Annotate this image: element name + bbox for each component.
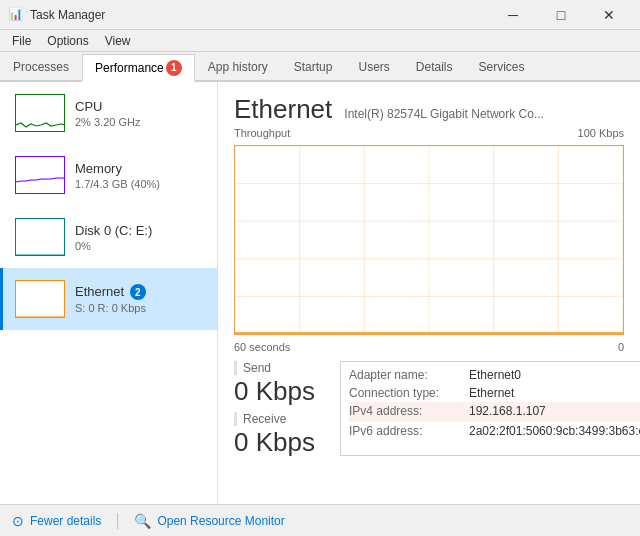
open-resource-monitor-label: Open Resource Monitor (157, 514, 284, 528)
fewer-details-button[interactable]: ⊙ Fewer details (12, 513, 101, 529)
tab-users[interactable]: Users (345, 52, 402, 80)
disk-info: Disk 0 (C: E:) 0% (75, 223, 152, 252)
send-receive-panel: Send 0 Kbps Receive 0 Kbps (234, 361, 324, 456)
sidebar: CPU 2% 3.20 GHz Memory 1.7/4.3 GB (40%) (0, 82, 218, 504)
menu-view[interactable]: View (97, 32, 139, 50)
cpu-graph (15, 94, 65, 132)
connection-type-row: Connection type: Ethernet (349, 384, 640, 402)
adapter-name-row: Adapter name: Ethernet0 (349, 366, 640, 384)
close-button[interactable]: ✕ (586, 0, 632, 30)
ethernet-info: Ethernet 2 S: 0 R: 0 Kbps (75, 284, 146, 315)
receive-value: 0 Kbps (234, 428, 324, 457)
stats-section: Send 0 Kbps Receive 0 Kbps Adapter name:… (234, 361, 624, 456)
app-title: Task Manager (30, 8, 490, 22)
time-label: 60 seconds (234, 341, 290, 353)
ethernet-chart-svg (235, 146, 623, 334)
sidebar-item-cpu[interactable]: CPU 2% 3.20 GHz (0, 82, 217, 144)
panel-subtitle: Intel(R) 82574L Gigabit Network Co... (344, 107, 544, 121)
ipv4-row: IPv4 address: 192.168.1.107 3 (349, 402, 640, 422)
info-table: Adapter name: Ethernet0 Connection type:… (340, 361, 640, 456)
menu-file[interactable]: File (4, 32, 39, 50)
bottom-bar: ⊙ Fewer details 🔍 Open Resource Monitor (0, 504, 640, 536)
tab-app-history[interactable]: App history (195, 52, 281, 80)
chart-labels-top: Throughput 100 Kbps (234, 127, 624, 139)
adapter-name-key: Adapter name: (349, 368, 469, 382)
ipv4-value: 192.168.1.107 (469, 404, 546, 420)
send-value: 0 Kbps (234, 377, 324, 406)
memory-graph (15, 156, 65, 194)
memory-label: Memory (75, 161, 160, 176)
minimize-button[interactable]: ─ (490, 0, 536, 30)
tab-startup[interactable]: Startup (281, 52, 346, 80)
tab-processes[interactable]: Processes (0, 52, 82, 80)
tab-performance[interactable]: Performance 1 (82, 54, 195, 82)
ethernet-detail: S: 0 R: 0 Kbps (75, 302, 146, 314)
bottom-divider (117, 513, 118, 529)
max-value-label: 100 Kbps (578, 127, 624, 139)
ethernet-chart-container (234, 145, 624, 335)
disk-detail: 0% (75, 240, 152, 252)
sidebar-item-memory[interactable]: Memory 1.7/4.3 GB (40%) (0, 144, 217, 206)
ipv6-key: IPv6 address: (349, 424, 469, 438)
ipv6-row: IPv6 address: 2a02:2f01:5060:9cb:3499:3b… (349, 422, 640, 440)
menu-bar: File Options View (0, 30, 640, 52)
maximize-button[interactable]: □ (538, 0, 584, 30)
menu-options[interactable]: Options (39, 32, 96, 50)
sidebar-item-disk[interactable]: Disk 0 (C: E:) 0% (0, 206, 217, 268)
disk-graph (15, 218, 65, 256)
memory-detail: 1.7/4.3 GB (40%) (75, 178, 160, 190)
ethernet-label: Ethernet 2 (75, 284, 146, 301)
performance-badge: 1 (166, 60, 182, 76)
throughput-label: Throughput (234, 127, 290, 139)
panel-title: Ethernet (234, 94, 332, 125)
open-resource-monitor-button[interactable]: 🔍 Open Resource Monitor (134, 513, 284, 529)
cpu-detail: 2% 3.20 GHz (75, 116, 140, 128)
tab-services[interactable]: Services (466, 52, 538, 80)
resource-monitor-icon: 🔍 (134, 513, 151, 529)
tab-details[interactable]: Details (403, 52, 466, 80)
right-panel: Ethernet Intel(R) 82574L Gigabit Network… (218, 82, 640, 504)
ethernet-badge: 2 (130, 284, 146, 300)
cpu-label: CPU (75, 99, 140, 114)
cpu-info: CPU 2% 3.20 GHz (75, 99, 140, 128)
connection-type-key: Connection type: (349, 386, 469, 400)
memory-info: Memory 1.7/4.3 GB (40%) (75, 161, 160, 190)
ipv6-value: 2a02:2f01:5060:9cb:3499:3b63:e8ab:... (469, 424, 640, 438)
chart-labels-bottom: 60 seconds 0 (234, 341, 624, 353)
app-icon: 📊 (8, 7, 24, 23)
fewer-details-label: Fewer details (30, 514, 101, 528)
title-bar: 📊 Task Manager ─ □ ✕ (0, 0, 640, 30)
ethernet-graph (15, 280, 65, 318)
main-content: CPU 2% 3.20 GHz Memory 1.7/4.3 GB (40%) (0, 82, 640, 504)
connection-type-value: Ethernet (469, 386, 514, 400)
disk-label: Disk 0 (C: E:) (75, 223, 152, 238)
time-zero-label: 0 (618, 341, 624, 353)
panel-header: Ethernet Intel(R) 82574L Gigabit Network… (234, 94, 624, 125)
window-controls: ─ □ ✕ (490, 0, 632, 30)
ipv4-key: IPv4 address: (349, 404, 469, 420)
fewer-details-icon: ⊙ (12, 513, 24, 529)
adapter-name-value: Ethernet0 (469, 368, 521, 382)
receive-label: Receive (234, 412, 324, 426)
sidebar-item-ethernet[interactable]: Ethernet 2 S: 0 R: 0 Kbps (0, 268, 217, 330)
tab-bar: Processes Performance 1 App history Star… (0, 52, 640, 82)
send-label: Send (234, 361, 324, 375)
